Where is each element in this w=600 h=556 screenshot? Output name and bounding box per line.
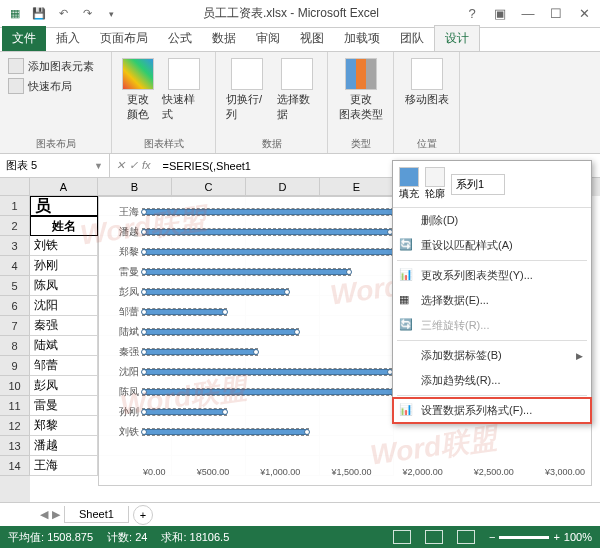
cell[interactable]: 郑黎 <box>30 416 98 436</box>
menu-select-data[interactable]: ▦选择数据(E)... <box>393 288 591 313</box>
row-header[interactable]: 8 <box>0 336 30 356</box>
sheet-nav-prev-icon[interactable]: ◀ <box>40 508 48 521</box>
cancel-icon[interactable]: ✕ <box>116 159 125 172</box>
close-icon[interactable]: ✕ <box>572 6 596 21</box>
row-header[interactable]: 10 <box>0 376 30 396</box>
chart-bar[interactable] <box>143 289 288 295</box>
tab-file[interactable]: 文件 <box>2 26 46 51</box>
row-header[interactable]: 6 <box>0 296 30 316</box>
column-header[interactable]: C <box>172 178 246 196</box>
cell[interactable]: 潘越 <box>30 436 98 456</box>
fx-icon[interactable]: fx <box>142 159 151 172</box>
change-chart-type-button[interactable]: 更改 图表类型 <box>334 56 387 124</box>
cell[interactable]: 王海 <box>30 456 98 476</box>
cell[interactable]: 员 <box>30 196 98 216</box>
zoom-in-icon[interactable]: + <box>553 531 559 543</box>
sheet-nav-next-icon[interactable]: ▶ <box>52 508 60 521</box>
change-colors-button[interactable]: 更改 颜色 <box>118 56 158 124</box>
tab-team[interactable]: 团队 <box>390 26 434 51</box>
cell[interactable]: 陈凤 <box>30 276 98 296</box>
series-selector[interactable]: 系列1 <box>451 174 505 195</box>
redo-icon[interactable]: ↷ <box>76 3 98 25</box>
quick-layout-button[interactable]: 快速布局 <box>6 76 105 96</box>
cell[interactable]: 孙刚 <box>30 256 98 276</box>
row-header[interactable]: 2 <box>0 216 30 236</box>
column-header[interactable]: A <box>30 178 98 196</box>
chart-bar[interactable] <box>143 309 226 315</box>
view-normal-icon[interactable] <box>393 530 411 544</box>
menu-reset-style[interactable]: 🔄重设以匹配样式(A) <box>393 233 591 258</box>
menu-delete[interactable]: 删除(D) <box>393 208 591 233</box>
chart-bar[interactable] <box>143 329 298 335</box>
row-header[interactable]: 7 <box>0 316 30 336</box>
zoom-slider[interactable] <box>499 536 549 539</box>
column-header[interactable]: B <box>98 178 172 196</box>
chart-bar[interactable] <box>143 269 350 275</box>
minimize-icon[interactable]: — <box>516 6 540 21</box>
zoom-value[interactable]: 100% <box>564 531 592 543</box>
add-chart-element-button[interactable]: 添加图表元素 <box>6 56 105 76</box>
row-header[interactable]: 14 <box>0 456 30 476</box>
tab-design[interactable]: 设计 <box>434 25 480 51</box>
maximize-icon[interactable]: ☐ <box>544 6 568 21</box>
row-header[interactable]: 11 <box>0 396 30 416</box>
chart-bar[interactable] <box>143 429 308 435</box>
outline-label: 轮廓 <box>425 187 445 201</box>
sheet-tab-active[interactable]: Sheet1 <box>64 506 129 523</box>
cell[interactable]: 彭凤 <box>30 376 98 396</box>
tab-view[interactable]: 视图 <box>290 26 334 51</box>
view-break-icon[interactable] <box>457 530 475 544</box>
zoom-control[interactable]: − + 100% <box>489 531 592 543</box>
cell[interactable]: 邹蕾 <box>30 356 98 376</box>
row-header[interactable]: 12 <box>0 416 30 436</box>
row-header[interactable]: 3 <box>0 236 30 256</box>
quick-style-button[interactable]: 快速样式 <box>158 56 209 124</box>
tab-formulas[interactable]: 公式 <box>158 26 202 51</box>
menu-3d-rotate: 🔄三维旋转(R)... <box>393 313 591 338</box>
row-header[interactable]: 1 <box>0 196 30 216</box>
chart-bar[interactable] <box>143 409 226 415</box>
cell[interactable]: 雷曼 <box>30 396 98 416</box>
ribbon-options-icon[interactable]: ▣ <box>488 6 512 21</box>
save-icon[interactable]: 💾 <box>28 3 50 25</box>
fill-button[interactable]: 填充 <box>399 167 419 201</box>
tab-insert[interactable]: 插入 <box>46 26 90 51</box>
view-layout-icon[interactable] <box>425 530 443 544</box>
confirm-icon[interactable]: ✓ <box>129 159 138 172</box>
zoom-out-icon[interactable]: − <box>489 531 495 543</box>
menu-add-data-label[interactable]: 添加数据标签(B)▶ <box>393 343 591 368</box>
outline-button[interactable]: 轮廓 <box>425 167 445 201</box>
move-chart-button[interactable]: 移动图表 <box>400 56 453 109</box>
row-header[interactable]: 13 <box>0 436 30 456</box>
move-chart-label: 移动图表 <box>405 92 449 107</box>
undo-icon[interactable]: ↶ <box>52 3 74 25</box>
tab-addins[interactable]: 加载项 <box>334 26 390 51</box>
tab-data[interactable]: 数据 <box>202 26 246 51</box>
select-all-corner[interactable] <box>0 178 30 196</box>
new-sheet-button[interactable]: + <box>133 505 153 525</box>
help-icon[interactable]: ? <box>460 6 484 21</box>
cell[interactable]: 秦强 <box>30 316 98 336</box>
chart-bar[interactable] <box>143 349 257 355</box>
chart-bar[interactable] <box>143 229 391 235</box>
cell[interactable]: 陆斌 <box>30 336 98 356</box>
menu-change-series-type[interactable]: 📊更改系列图表类型(Y)... <box>393 263 591 288</box>
chart-bar[interactable] <box>143 369 391 375</box>
column-header[interactable]: E <box>320 178 394 196</box>
menu-add-trendline[interactable]: 添加趋势线(R)... <box>393 368 591 393</box>
cell[interactable]: 沈阳 <box>30 296 98 316</box>
switch-rowcol-button[interactable]: 切换行/列 <box>222 56 273 124</box>
name-box[interactable]: 图表 5 ▼ <box>0 154 110 177</box>
row-header[interactable]: 4 <box>0 256 30 276</box>
row-header[interactable]: 5 <box>0 276 30 296</box>
cell[interactable]: 刘铁 <box>30 236 98 256</box>
tab-review[interactable]: 审阅 <box>246 26 290 51</box>
cell[interactable]: 姓名 <box>30 216 98 236</box>
tab-layout[interactable]: 页面布局 <box>90 26 158 51</box>
column-header[interactable]: D <box>246 178 320 196</box>
select-data-button[interactable]: 选择数据 <box>273 56 321 124</box>
qat-dropdown-icon[interactable]: ▾ <box>100 3 122 25</box>
name-box-dropdown-icon[interactable]: ▼ <box>94 161 103 171</box>
row-header[interactable]: 9 <box>0 356 30 376</box>
menu-format-series[interactable]: 📊设置数据系列格式(F)... <box>393 398 591 423</box>
